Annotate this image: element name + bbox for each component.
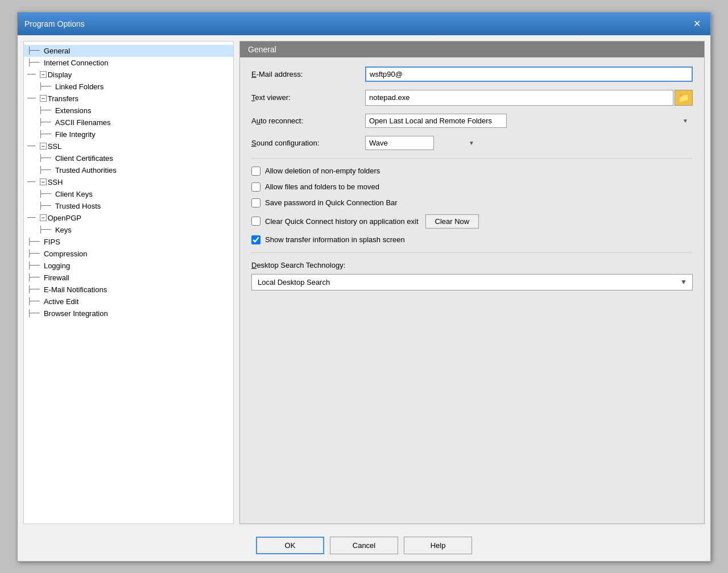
help-button[interactable]: Help (404, 537, 472, 554)
sidebar-item-logging[interactable]: ├── Logging (24, 260, 233, 272)
sidebar-item-email-notifications[interactable]: ├── E-Mail Notifications (24, 284, 233, 296)
sound-config-row: Sound configuration: Wave None System De… (251, 136, 693, 150)
tree-line: ├── (27, 238, 44, 246)
ok-button[interactable]: OK (256, 537, 324, 554)
sound-config-label: Sound configuration: (251, 139, 365, 147)
expand-icon[interactable]: − (40, 214, 47, 221)
cancel-button[interactable]: Cancel (330, 537, 398, 554)
sidebar-item-label: Active Edit (44, 297, 78, 306)
expand-icon[interactable]: − (40, 95, 47, 102)
panel-body: E-Mail address: Text viewer: 📁 (240, 57, 704, 300)
show-transfer-checkbox[interactable] (251, 235, 260, 244)
expand-icon[interactable]: − (40, 178, 47, 185)
save-password-checkbox[interactable] (251, 198, 260, 207)
sidebar-item-label: Browser Integration (44, 309, 108, 318)
checkbox-delete-row: Allow deletion of non-empty folders (251, 167, 693, 176)
sidebar-item-extensions[interactable]: ├── Extensions (24, 105, 233, 117)
tree-line: ── (27, 142, 40, 150)
sidebar-item-file-integrity[interactable]: ├── File Integrity (24, 128, 233, 140)
tree-line: ├── (39, 106, 55, 114)
sidebar-item-general[interactable]: ├── General (24, 45, 233, 57)
tree-line: ── (27, 178, 40, 186)
sidebar-item-label: Client Certificates (55, 154, 113, 163)
browse-button[interactable]: 📁 (675, 90, 693, 106)
sidebar-item-firewall[interactable]: ├── Firewall (24, 272, 233, 284)
text-viewer-input-group: 📁 (365, 90, 693, 106)
clear-history-label: Clear Quick Connect history on applicati… (265, 217, 419, 226)
sidebar-item-label: SSL (48, 142, 62, 151)
sidebar-item-client-certificates[interactable]: ├── Client Certificates (24, 152, 233, 164)
auto-reconnect-label: Auto reconnect: (251, 117, 365, 125)
tree-line: ├── (39, 166, 55, 174)
sidebar-item-keys[interactable]: ├── Keys (24, 224, 233, 236)
sidebar-item-internet-connection[interactable]: ├── Internet Connection (24, 57, 233, 69)
sidebar-item-ascii-filenames[interactable]: ├── ASCII Filenames (24, 117, 233, 128)
sidebar-item-label: Transfers (48, 94, 78, 103)
checkbox-password-row: Save password in Quick Connection Bar (251, 198, 693, 207)
sidebar-item-label: Client Keys (55, 190, 93, 198)
sidebar-tree: ├── General├── Internet Connection── − D… (23, 41, 234, 524)
checkbox-move-row: Allow files and folders to be moved (251, 182, 693, 192)
sidebar-item-fips[interactable]: ├── FIPS (24, 236, 233, 248)
clear-history-checkbox[interactable] (251, 217, 260, 226)
expand-icon[interactable]: − (40, 143, 47, 150)
expand-icon[interactable]: − (40, 71, 47, 78)
panel-header: General (240, 41, 704, 57)
sidebar-item-label: General (44, 47, 70, 55)
show-transfer-label: Show transfer information in splash scre… (265, 235, 405, 244)
folder-icon: 📁 (678, 92, 689, 103)
clear-now-button[interactable]: Clear Now (425, 214, 479, 229)
dialog-body: ├── General├── Internet Connection── − D… (18, 35, 710, 530)
divider-2 (251, 252, 693, 253)
tree-line: ├── (39, 202, 55, 210)
auto-reconnect-select[interactable]: Open Last Local and Remote Folders None … (365, 114, 507, 128)
sidebar-item-linked-folders[interactable]: ├── Linked Folders (24, 81, 233, 93)
sidebar-item-label: FIPS (44, 238, 60, 246)
text-viewer-label: Text viewer: (251, 93, 365, 102)
sound-config-select[interactable]: Wave None System Default (365, 136, 434, 150)
program-options-dialog: Program Options ✕ ├── General├── Interne… (17, 12, 711, 562)
sidebar-item-client-keys[interactable]: ├── Client Keys (24, 188, 233, 200)
checkbox-splash-row: Show transfer information in splash scre… (251, 235, 693, 244)
sidebar-item-openpgp[interactable]: ── − OpenPGP (24, 212, 233, 224)
sidebar-item-display[interactable]: ── − Display (24, 69, 233, 81)
tree-line: ├── (27, 309, 44, 317)
sidebar-item-compression[interactable]: ├── Compression (24, 248, 233, 260)
sidebar-item-ssl[interactable]: ── − SSL (24, 140, 233, 152)
auto-reconnect-chevron-icon: ▼ (682, 118, 688, 124)
auto-reconnect-row: Auto reconnect: Open Last Local and Remo… (251, 114, 693, 128)
sidebar-item-label: Internet Connection (44, 59, 108, 67)
sidebar-item-label: Trusted Authorities (55, 166, 117, 175)
tree-line: ├── (27, 250, 44, 258)
sidebar-item-label: File Integrity (55, 130, 96, 139)
sidebar-item-label: SSH (48, 178, 63, 186)
allow-move-checkbox[interactable] (251, 182, 260, 192)
sidebar-item-browser-integration[interactable]: ├── Browser Integration (24, 308, 233, 319)
sidebar-item-label: Trusted Hosts (55, 202, 101, 210)
text-viewer-input[interactable] (365, 90, 673, 106)
sidebar-item-trusted-hosts[interactable]: ├── Trusted Hosts (24, 200, 233, 212)
auto-reconnect-select-wrapper: Open Last Local and Remote Folders None … (365, 114, 693, 128)
tree-line: ── (27, 70, 40, 78)
close-button[interactable]: ✕ (690, 17, 704, 31)
dialog-title: Program Options (24, 19, 85, 28)
desktop-search-select[interactable]: Local Desktop Search Windows Search None (251, 274, 693, 290)
tree-line: ├── (39, 190, 55, 198)
sidebar-item-label: ASCII Filenames (55, 118, 111, 127)
desktop-search-label: Desktop Search Technology: (251, 261, 693, 269)
sidebar-item-ssh[interactable]: ── − SSH (24, 176, 233, 188)
allow-move-label: Allow files and folders to be moved (265, 182, 379, 191)
sound-config-chevron-icon: ▼ (469, 140, 474, 146)
sidebar-item-active-edit[interactable]: ├── Active Edit (24, 296, 233, 308)
checkbox-clear-history-row: Clear Quick Connect history on applicati… (251, 214, 693, 229)
allow-deletion-checkbox[interactable] (251, 167, 260, 176)
tree-line: ├── (27, 261, 44, 269)
email-label: E-Mail address: (251, 70, 365, 78)
sidebar-item-label: OpenPGP (48, 214, 81, 222)
sidebar-item-trusted-authorities[interactable]: ├── Trusted Authorities (24, 164, 233, 176)
desktop-search-select-wrapper: Local Desktop Search Windows Search None… (251, 274, 693, 290)
sidebar-item-transfers[interactable]: ── − Transfers (24, 93, 233, 105)
tree-line: ── (27, 94, 40, 102)
sound-config-select-wrapper: Wave None System Default ▼ (365, 136, 479, 150)
email-input[interactable] (365, 67, 693, 82)
